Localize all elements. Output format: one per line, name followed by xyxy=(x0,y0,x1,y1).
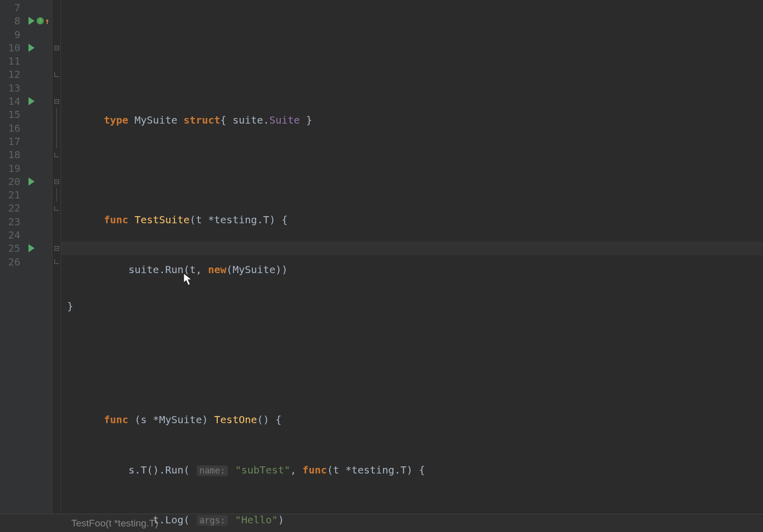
line-number: 8 xyxy=(0,14,20,27)
fold-cell xyxy=(52,255,61,269)
code-line[interactable]: t.Log( args: "Hello") xyxy=(67,500,763,513)
line-number: 9 xyxy=(0,28,20,41)
indent xyxy=(104,514,153,526)
string: "subTest" xyxy=(235,464,290,476)
gutter-cell xyxy=(25,1,52,14)
func-name: TestOne xyxy=(214,413,257,426)
line-number: 10 xyxy=(0,41,20,54)
ident: T xyxy=(263,214,269,226)
ident: suite. xyxy=(232,114,269,126)
gutter-cell xyxy=(25,162,52,175)
fold-cell xyxy=(52,135,61,148)
code-line[interactable]: func (s *MySuite) TestOne() { xyxy=(67,400,763,413)
fold-cell xyxy=(52,242,61,255)
fold-toggle-icon[interactable] xyxy=(54,246,59,251)
gutter-cell xyxy=(25,175,52,188)
fold-cell xyxy=(52,188,61,201)
fold-cell xyxy=(52,148,61,161)
punct: } xyxy=(306,114,312,126)
fold-end-icon xyxy=(54,259,59,264)
keyword: struct xyxy=(184,114,220,126)
code-line[interactable] xyxy=(67,50,763,63)
run-test-icon[interactable] xyxy=(28,244,35,252)
ident: t.Log( xyxy=(153,514,190,526)
keyword: new xyxy=(208,263,226,276)
fold-guide-icon xyxy=(56,135,57,148)
punct: , xyxy=(290,464,303,476)
fold-cell xyxy=(52,41,61,54)
punct: (s * xyxy=(128,413,159,426)
status-badge-icon[interactable]: ! xyxy=(37,17,44,24)
line-number: 19 xyxy=(0,162,20,175)
line-number: 22 xyxy=(0,201,20,215)
line-number-gutter: 7891011121314151617181920212223242526 xyxy=(0,0,25,514)
fold-cell xyxy=(52,28,61,41)
gutter-cell xyxy=(25,108,52,121)
up-arrow-icon[interactable]: ↑ xyxy=(45,16,50,26)
gutter-cell xyxy=(25,242,52,255)
code-area[interactable]: type MySuite struct{ suite.Suite } func … xyxy=(61,0,763,514)
gutter-cell xyxy=(25,68,52,81)
indent xyxy=(104,263,128,276)
gutter-cell xyxy=(25,81,52,95)
fold-guide-icon xyxy=(56,188,57,201)
line-number: 17 xyxy=(0,135,20,148)
ident: testing xyxy=(351,464,394,476)
fold-cell xyxy=(52,122,61,135)
fold-end-icon xyxy=(54,206,59,211)
line-number: 13 xyxy=(0,81,20,95)
gutter-cell xyxy=(25,188,52,201)
line-number: 25 xyxy=(0,242,20,255)
code-line[interactable]: s.T().Run( name: "subTest", func(t *test… xyxy=(67,450,763,463)
line-number: 26 xyxy=(0,255,20,269)
fold-toggle-icon[interactable] xyxy=(54,99,59,104)
line-number: 24 xyxy=(0,228,20,242)
keyword: func xyxy=(104,413,128,426)
punct: (t * xyxy=(190,214,214,226)
code-line[interactable]: } xyxy=(67,300,763,313)
punct: ) xyxy=(202,413,214,426)
fold-toggle-icon[interactable] xyxy=(54,46,59,50)
string: "Hello" xyxy=(235,514,278,526)
code-line[interactable]: suite.Run(t, new(MySuite)) xyxy=(67,250,763,263)
run-test-icon[interactable] xyxy=(28,44,35,52)
keyword: type xyxy=(104,114,128,126)
gutter-cell xyxy=(25,41,52,54)
indent xyxy=(104,464,128,476)
code-line[interactable] xyxy=(67,150,763,163)
line-number: 21 xyxy=(0,188,20,201)
punct: ) { xyxy=(406,464,425,476)
line-number: 16 xyxy=(0,122,20,135)
gutter-cell xyxy=(25,122,52,135)
fold-column xyxy=(52,0,61,514)
ident: T xyxy=(400,464,406,476)
fold-toggle-icon[interactable] xyxy=(54,180,59,184)
line-number: 12 xyxy=(0,68,20,81)
punct: . xyxy=(257,214,263,226)
run-test-icon[interactable] xyxy=(28,178,35,186)
fold-cell xyxy=(52,14,61,27)
run-test-icon[interactable] xyxy=(28,97,35,105)
code-line[interactable]: func TestSuite(t *testing.T) { xyxy=(67,200,763,213)
fold-cell xyxy=(52,81,61,95)
code-line[interactable] xyxy=(67,350,763,363)
punct: . xyxy=(394,464,400,476)
line-number: 11 xyxy=(0,54,20,68)
fold-end-icon xyxy=(54,72,59,77)
line-number: 20 xyxy=(0,175,20,188)
gutter-icons-column: !↑ xyxy=(25,0,52,514)
type-name: MySuite xyxy=(134,114,177,126)
code-line[interactable]: type MySuite struct{ suite.Suite } xyxy=(67,100,763,113)
punct: ) { xyxy=(269,214,287,226)
inlay-hint: args: xyxy=(197,515,228,526)
fold-cell xyxy=(52,215,61,228)
punct: () { xyxy=(257,413,281,426)
run-test-icon[interactable] xyxy=(28,17,35,25)
punct: (t * xyxy=(327,464,351,476)
inlay-hint: name: xyxy=(197,465,228,476)
keyword: func xyxy=(303,464,327,476)
code-editor[interactable]: 7891011121314151617181920212223242526 !↑… xyxy=(0,0,763,514)
gutter-cell xyxy=(25,201,52,215)
func-name: TestSuite xyxy=(134,214,189,226)
gutter-cell xyxy=(25,228,52,242)
